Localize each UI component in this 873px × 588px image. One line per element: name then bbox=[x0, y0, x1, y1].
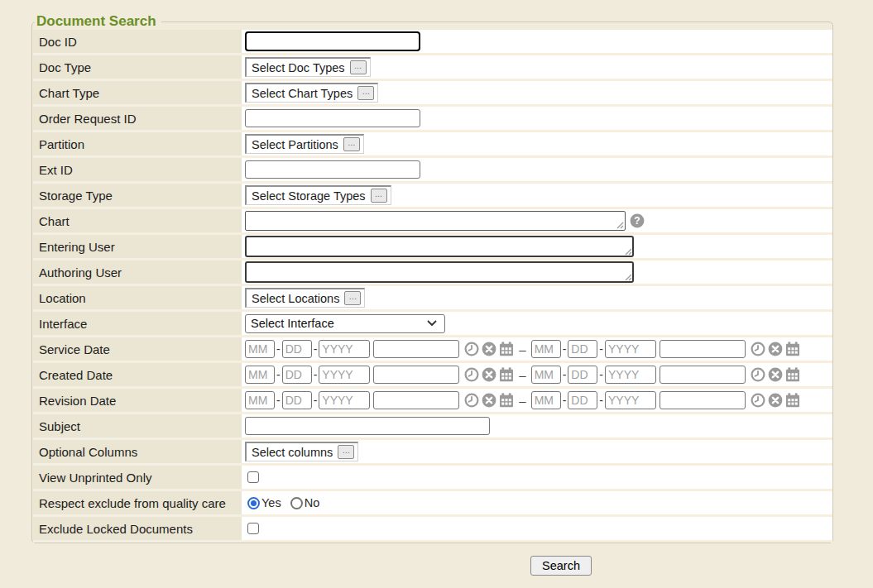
created-date-label: Created Date bbox=[33, 363, 242, 389]
clock-icon[interactable] bbox=[751, 393, 765, 408]
clock-icon[interactable] bbox=[464, 342, 479, 356]
service-date-from-month-input[interactable] bbox=[245, 340, 275, 358]
ext-id-input[interactable] bbox=[245, 160, 420, 179]
calendar-icon[interactable] bbox=[499, 342, 514, 356]
help-icon[interactable] bbox=[630, 213, 645, 228]
date-field-separator: - bbox=[314, 394, 318, 407]
search-button[interactable]: Search bbox=[530, 556, 592, 576]
service-date-to-year-input[interactable] bbox=[605, 340, 656, 358]
date-field-separator: - bbox=[314, 342, 318, 356]
created-date-to-day-input[interactable] bbox=[568, 366, 597, 384]
resize-grip-icon[interactable] bbox=[625, 248, 632, 256]
calendar-icon[interactable] bbox=[499, 367, 514, 382]
created-date-to-month-input[interactable] bbox=[531, 366, 561, 384]
optional-columns-multiselect-text: Select columns bbox=[252, 446, 333, 459]
row-storage-type: Storage Type Select Storage Types ... bbox=[33, 184, 832, 209]
date-field-separator: - bbox=[276, 394, 281, 407]
clear-icon[interactable] bbox=[768, 342, 783, 356]
service-date-to-month-input[interactable] bbox=[531, 340, 561, 358]
respect-exclude-no-radio[interactable] bbox=[290, 497, 303, 509]
row-revision-date: Revision Date - - – - - bbox=[33, 389, 832, 414]
location-label: Location bbox=[33, 286, 242, 312]
resize-grip-icon[interactable] bbox=[625, 274, 632, 281]
clock-icon[interactable] bbox=[464, 393, 479, 408]
clock-icon[interactable] bbox=[751, 367, 765, 382]
doc-type-browse-button[interactable]: ... bbox=[350, 60, 367, 74]
chart-type-browse-button[interactable]: ... bbox=[357, 86, 374, 100]
date-field-separator: - bbox=[599, 342, 603, 356]
date-field-separator: - bbox=[563, 342, 567, 356]
service-date-from-time-input[interactable] bbox=[373, 340, 459, 358]
created-date-to-time-input[interactable] bbox=[660, 366, 746, 384]
service-date-to-day-input[interactable] bbox=[568, 340, 597, 358]
date-range-separator: – bbox=[519, 394, 525, 408]
respect-exclude-yes-radio[interactable] bbox=[247, 497, 260, 509]
revision-date-to-month-input[interactable] bbox=[531, 391, 561, 409]
clear-icon[interactable] bbox=[768, 393, 783, 408]
clear-icon[interactable] bbox=[482, 367, 496, 382]
location-browse-button[interactable]: ... bbox=[344, 291, 361, 305]
authoring-user-textarea[interactable] bbox=[245, 261, 634, 283]
service-date-from-day-input[interactable] bbox=[282, 340, 312, 358]
respect-exclude-no-label: No bbox=[305, 496, 320, 509]
doc-id-input[interactable] bbox=[245, 31, 420, 51]
revision-date-from-day-input[interactable] bbox=[282, 391, 312, 409]
revision-date-to-day-input[interactable] bbox=[568, 391, 597, 409]
created-date-from-time-input[interactable] bbox=[373, 366, 459, 384]
revision-date-to-year-input[interactable] bbox=[605, 391, 656, 409]
optional-columns-browse-button[interactable]: ... bbox=[338, 445, 354, 459]
respect-exclude-yes-label: Yes bbox=[261, 496, 281, 509]
interface-select[interactable]: Select Interface bbox=[245, 314, 445, 333]
optional-columns-multiselect[interactable]: Select columns ... bbox=[245, 442, 358, 461]
resize-grip-icon[interactable] bbox=[616, 222, 624, 229]
revision-date-from-month-input[interactable] bbox=[245, 391, 275, 409]
row-order-request-id: Order Request ID bbox=[33, 107, 832, 132]
row-doc-type: Doc Type Select Doc Types ... bbox=[33, 55, 832, 81]
chart-textarea[interactable] bbox=[245, 211, 626, 231]
clear-icon[interactable] bbox=[482, 393, 496, 408]
interface-select-value: Select Interface bbox=[251, 317, 334, 330]
service-date-from-year-input[interactable] bbox=[319, 340, 370, 358]
clear-icon[interactable] bbox=[768, 367, 783, 382]
doc-type-multiselect[interactable]: Select Doc Types ... bbox=[245, 57, 371, 77]
calendar-icon[interactable] bbox=[785, 342, 800, 356]
view-unprinted-only-checkbox[interactable] bbox=[247, 471, 259, 483]
calendar-icon[interactable] bbox=[785, 393, 800, 408]
date-field-separator: - bbox=[599, 368, 603, 381]
service-date-to-time-input[interactable] bbox=[660, 340, 746, 358]
subject-input[interactable] bbox=[245, 417, 490, 435]
respect-exclude-label: Respect exclude from quality care bbox=[33, 491, 242, 517]
order-request-id-input[interactable] bbox=[245, 109, 420, 127]
row-location: Location Select Locations ... bbox=[33, 286, 832, 312]
created-date-from-year-input[interactable] bbox=[319, 366, 370, 384]
storage-type-browse-button[interactable]: ... bbox=[371, 189, 387, 203]
partition-browse-button[interactable]: ... bbox=[343, 137, 360, 151]
location-multiselect[interactable]: Select Locations ... bbox=[245, 288, 365, 308]
calendar-icon[interactable] bbox=[785, 367, 800, 382]
location-multiselect-text: Select Locations bbox=[252, 292, 339, 305]
row-service-date: Service Date - - – - - bbox=[33, 337, 832, 363]
calendar-icon[interactable] bbox=[499, 393, 514, 408]
revision-date-label: Revision Date bbox=[33, 389, 242, 414]
revision-date-from-year-input[interactable] bbox=[319, 391, 370, 409]
entering-user-textarea[interactable] bbox=[245, 236, 634, 257]
chart-label: Chart bbox=[33, 209, 242, 235]
clear-icon[interactable] bbox=[482, 342, 496, 356]
date-field-separator: - bbox=[276, 368, 281, 381]
row-chart-type: Chart Type Select Chart Types ... bbox=[33, 81, 832, 107]
clock-icon[interactable] bbox=[464, 367, 479, 382]
date-field-separator: - bbox=[563, 394, 567, 407]
authoring-user-label: Authoring User bbox=[33, 261, 242, 286]
exclude-locked-checkbox[interactable] bbox=[247, 523, 259, 534]
revision-date-from-time-input[interactable] bbox=[373, 391, 459, 409]
date-range-separator: – bbox=[519, 368, 525, 382]
created-date-to-year-input[interactable] bbox=[605, 366, 656, 384]
created-date-from-month-input[interactable] bbox=[245, 366, 275, 384]
created-date-from-day-input[interactable] bbox=[282, 366, 312, 384]
row-respect-exclude: Respect exclude from quality care Yes No bbox=[33, 491, 832, 517]
partition-multiselect[interactable]: Select Partitions ... bbox=[245, 134, 364, 154]
chart-type-multiselect[interactable]: Select Chart Types ... bbox=[245, 83, 378, 103]
clock-icon[interactable] bbox=[751, 342, 765, 356]
revision-date-to-time-input[interactable] bbox=[660, 391, 746, 409]
storage-type-multiselect[interactable]: Select Storage Types ... bbox=[245, 185, 391, 205]
